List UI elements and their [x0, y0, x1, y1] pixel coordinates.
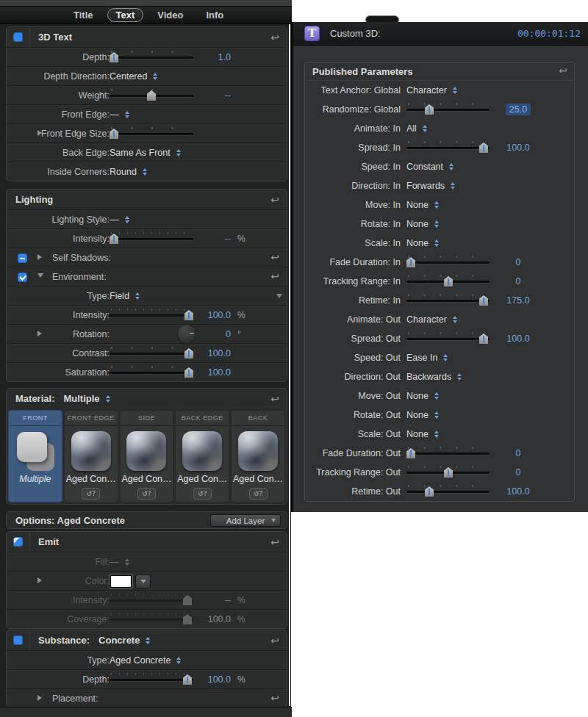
slider-intensity[interactable]	[110, 233, 193, 245]
value-field[interactable]: 1.0	[190, 48, 231, 67]
checkbox-environment[interactable]	[18, 273, 27, 282]
value-field-selected[interactable]: 25.0	[506, 104, 531, 115]
popup-direction-out[interactable]: Backwards	[406, 372, 462, 382]
slider-randomize-global[interactable]	[406, 104, 490, 115]
slider-intensity[interactable]	[110, 594, 193, 606]
popup-depth-direction[interactable]: Centered	[110, 71, 157, 82]
popup-fill[interactable]: —	[110, 557, 129, 567]
popup-move-in[interactable]: None	[406, 200, 439, 210]
reset-icon[interactable]: ↩	[270, 32, 279, 43]
popup-type[interactable]: Field	[110, 291, 140, 301]
slider-thumb[interactable]	[425, 486, 434, 497]
checkbox-self-shadows[interactable]	[18, 253, 27, 263]
timecode[interactable]: 00:00:01:12	[517, 28, 581, 39]
popup-rotate-in[interactable]: None	[406, 219, 439, 229]
section-popup-material[interactable]: Multiple	[63, 393, 110, 404]
material-tile-side[interactable]: SIDEAged Con…↺?	[120, 410, 174, 502]
slider-front-edge-size[interactable]	[110, 128, 193, 140]
color-swatch[interactable]	[110, 574, 132, 588]
replace-media-button[interactable]: ↺?	[82, 488, 100, 500]
popup-animate-out[interactable]: Character	[406, 314, 457, 325]
replace-media-button[interactable]: ↺?	[137, 488, 156, 500]
popup-scale-in[interactable]: None	[406, 238, 439, 248]
value-field[interactable]: 0	[190, 325, 231, 344]
value-field[interactable]: 100.0	[486, 138, 551, 157]
value-field[interactable]: 100.0	[190, 344, 231, 363]
value-field[interactable]: 100.0	[190, 610, 231, 629]
value-field[interactable]: 0	[486, 444, 551, 463]
slider-tracking-range-out[interactable]	[406, 466, 490, 478]
reset-icon[interactable]: ↩	[270, 271, 279, 281]
popup-scale-out[interactable]: None	[406, 429, 439, 439]
slider-thumb[interactable]	[110, 129, 118, 139]
scrollbar[interactable]	[289, 24, 290, 706]
popup-speed-in[interactable]: Constant	[406, 162, 453, 172]
reset-icon[interactable]: ↩	[270, 252, 279, 262]
slider-thumb[interactable]	[425, 104, 434, 115]
slider-retime-out[interactable]	[406, 486, 490, 497]
slider-fade-duration-in[interactable]	[406, 256, 490, 268]
slider-thumb[interactable]	[110, 52, 118, 62]
slider-contrast[interactable]	[110, 347, 193, 359]
slider-thumb[interactable]	[444, 276, 453, 287]
replace-media-button[interactable]: ↺?	[249, 488, 268, 500]
slider-spread-out[interactable]	[406, 333, 490, 345]
value-field[interactable]: 0	[486, 463, 551, 482]
popup-front-edge[interactable]: —	[110, 109, 129, 120]
slider-thumb[interactable]	[147, 90, 156, 101]
slider-weight[interactable]	[110, 90, 193, 101]
value-field[interactable]: 100.0	[486, 329, 551, 348]
tab-video[interactable]: Video	[148, 8, 192, 22]
slider-thumb[interactable]	[406, 448, 415, 458]
popup-inside-corners[interactable]: Round	[110, 167, 147, 177]
row-dropdown-icon[interactable]	[276, 294, 282, 298]
popup-direction-in[interactable]: Forwards	[406, 181, 455, 191]
section-popup-substance[interactable]: Concrete	[98, 635, 150, 646]
slider-thumb[interactable]	[406, 257, 415, 267]
slider-spread-in[interactable]	[406, 142, 490, 154]
popup-back-edge[interactable]: Same As Front	[110, 148, 181, 158]
popup-speed-out[interactable]: Ease In	[406, 353, 448, 363]
popup-rotate-out[interactable]: None	[406, 410, 439, 420]
tab-text[interactable]: Text	[107, 8, 144, 22]
reset-icon[interactable]: ↩	[270, 693, 279, 703]
reset-icon[interactable]: ↩	[270, 394, 279, 404]
value-field[interactable]: --	[190, 86, 231, 105]
value-field[interactable]: 100.0	[190, 670, 231, 689]
value-field[interactable]: 25.0	[486, 100, 551, 119]
slider-depth[interactable]	[110, 51, 193, 63]
slider-thumb[interactable]	[110, 234, 118, 244]
section-checkbox[interactable]	[13, 537, 23, 547]
popup-lighting-style[interactable]: —	[110, 215, 129, 225]
slider-fade-duration-out[interactable]	[406, 447, 490, 459]
value-field[interactable]: 100.0	[190, 363, 231, 382]
tab-title[interactable]: Title	[65, 8, 102, 22]
slider-tracking-range-in[interactable]	[406, 275, 490, 287]
slider-depth[interactable]	[110, 674, 193, 685]
popup-type[interactable]: Aged Concrete	[110, 655, 181, 666]
section-checkbox[interactable]	[13, 635, 23, 645]
value-field[interactable]: 100.0	[190, 306, 231, 325]
color-dropdown-button[interactable]	[135, 574, 151, 588]
slider-retime-in[interactable]	[406, 295, 490, 306]
replace-media-button[interactable]: ↺?	[193, 488, 212, 500]
value-field[interactable]: --	[190, 229, 231, 248]
material-tile-back-edge[interactable]: BACK EDGEAged Con…↺?	[175, 410, 229, 502]
disclosure-right-icon[interactable]	[37, 254, 42, 260]
material-tile-front-edge[interactable]: FRONT EDGEAged Con…↺?	[64, 410, 118, 502]
disclosure-right-icon[interactable]	[37, 695, 42, 701]
tab-info[interactable]: Info	[197, 8, 232, 22]
value-field[interactable]: --	[190, 591, 231, 610]
reset-icon[interactable]: ↩	[270, 195, 279, 205]
slider-thumb[interactable]	[444, 467, 453, 478]
material-tile-back[interactable]: BACKAged Con…↺?	[231, 410, 285, 502]
slider-saturation[interactable]	[110, 367, 193, 378]
value-field[interactable]: 175.0	[486, 291, 551, 310]
section-checkbox[interactable]	[13, 32, 23, 42]
reset-icon[interactable]: ↩	[559, 65, 567, 76]
disclosure-down-icon[interactable]	[37, 273, 43, 278]
slider-intensity[interactable]	[110, 309, 193, 321]
value-field[interactable]: 0	[486, 272, 551, 291]
popup-move-out[interactable]: None	[406, 391, 439, 401]
value-field[interactable]: 0	[486, 253, 551, 272]
